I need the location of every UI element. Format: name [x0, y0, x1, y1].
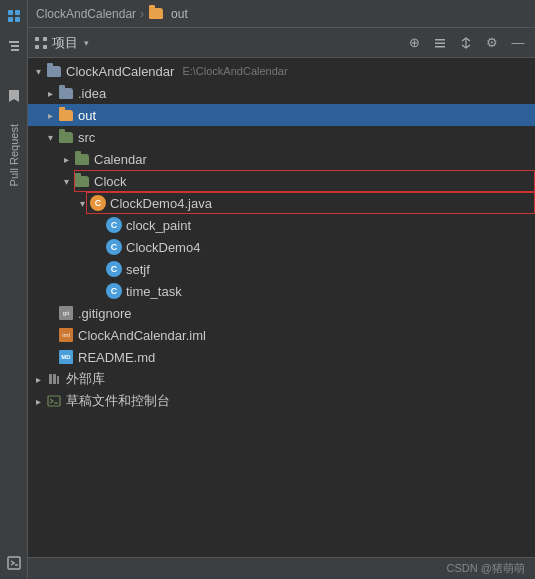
extlib-label: 外部库	[66, 370, 105, 388]
tree-item-clockdemo4[interactable]: C ClockDemo4	[28, 236, 535, 258]
arrow-iml	[44, 329, 56, 341]
clock-label: Clock	[94, 174, 127, 189]
project-label: 项目	[52, 34, 78, 52]
arrow-src	[44, 131, 56, 143]
clockdemo4java-label: ClockDemo4.java	[110, 196, 212, 211]
svg-rect-4	[9, 41, 19, 43]
tree-item-iml[interactable]: iml ClockAndCalendar.iml	[28, 324, 535, 346]
svg-rect-15	[435, 46, 445, 48]
idea-label: .idea	[78, 86, 106, 101]
svg-rect-9	[35, 37, 39, 41]
readme-icon: MD	[58, 349, 74, 365]
svg-rect-14	[435, 42, 445, 44]
toolbar-globe-btn[interactable]: ⊕	[403, 32, 425, 54]
svg-rect-3	[15, 17, 20, 22]
tree-item-idea[interactable]: .idea	[28, 82, 535, 104]
tree-item-console[interactable]: 草稿文件和控制台	[28, 390, 535, 412]
svg-rect-1	[15, 10, 20, 15]
svg-rect-10	[43, 37, 47, 41]
clockdemo4-label: ClockDemo4	[126, 240, 200, 255]
tree-item-clock[interactable]: Clock	[28, 170, 535, 192]
tree-item-readme[interactable]: MD README.md	[28, 346, 535, 368]
tree-item-clock-paint[interactable]: C clock_paint	[28, 214, 535, 236]
tree-item-out[interactable]: out	[28, 104, 535, 126]
breadcrumb: ClockAndCalendar › out	[28, 0, 535, 28]
toolbar: 项目 ▾ ⊕ ⚙ —	[28, 28, 535, 58]
svg-rect-18	[57, 376, 59, 384]
main-panel: ClockAndCalendar › out 项目 ▾ ⊕	[28, 0, 535, 579]
clock-folder-icon	[74, 173, 90, 189]
toolbar-split-btn[interactable]	[455, 32, 477, 54]
console-icon	[46, 393, 62, 409]
clock-paint-icon: C	[106, 217, 122, 233]
arrow-extlib	[32, 373, 44, 385]
readme-label: README.md	[78, 350, 155, 365]
calendar-label: Calendar	[94, 152, 147, 167]
iml-label: ClockAndCalendar.iml	[78, 328, 206, 343]
out-folder-icon	[58, 107, 74, 123]
out-label: out	[78, 108, 96, 123]
sidebar-icon-structure[interactable]	[2, 34, 26, 58]
root-folder-icon	[46, 63, 62, 79]
tree-item-clockdemo4java[interactable]: C ClockDemo4.java	[28, 192, 535, 214]
dropdown-arrow[interactable]: ▾	[84, 38, 89, 48]
arrow-clockdemo4java	[76, 197, 88, 209]
arrow-readme	[44, 351, 56, 363]
svg-rect-16	[49, 374, 52, 384]
src-label: src	[78, 130, 95, 145]
extlib-icon	[46, 371, 62, 387]
bottom-bar: CSDN @猪萌萌	[28, 557, 535, 579]
tree-item-gitignore[interactable]: git .gitignore	[28, 302, 535, 324]
arrow-root	[32, 65, 44, 77]
tree-item-setjf[interactable]: C setjf	[28, 258, 535, 280]
breadcrumb-root[interactable]: ClockAndCalendar	[36, 7, 136, 21]
svg-rect-13	[435, 39, 445, 41]
iml-icon: iml	[58, 327, 74, 343]
arrow-setjf	[92, 263, 104, 275]
breadcrumb-current[interactable]: out	[148, 6, 188, 22]
calendar-folder-icon	[74, 151, 90, 167]
folder-icon	[148, 6, 164, 22]
clockdemo4java-icon: C	[90, 195, 106, 211]
breadcrumb-separator: ›	[140, 7, 144, 21]
svg-rect-2	[8, 17, 13, 22]
arrow-clockdemo4	[92, 241, 104, 253]
clockdemo4-icon: C	[106, 239, 122, 255]
sidebar-icon-terminal[interactable]	[2, 551, 26, 575]
gitignore-label: .gitignore	[78, 306, 131, 321]
svg-rect-12	[43, 45, 47, 49]
tree-item-time-task[interactable]: C time_task	[28, 280, 535, 302]
project-icon	[34, 36, 48, 50]
tree-item-calendar[interactable]: Calendar	[28, 148, 535, 170]
idea-folder-icon	[58, 85, 74, 101]
toolbar-lines-btn[interactable]	[429, 32, 451, 54]
toolbar-project-label: 项目 ▾	[34, 34, 89, 52]
arrow-clock	[60, 175, 72, 187]
svg-rect-17	[53, 374, 56, 384]
svg-rect-11	[35, 45, 39, 49]
arrow-console	[32, 395, 44, 407]
arrow-clock-paint	[92, 219, 104, 231]
sidebar-icon-bookmark[interactable]	[2, 84, 26, 108]
tree-item-extlib[interactable]: 外部库	[28, 368, 535, 390]
setjf-icon: C	[106, 261, 122, 277]
svg-rect-6	[11, 49, 19, 51]
sidebar: Pull Request	[0, 0, 28, 579]
root-path: E:\ClockAndCalendar	[182, 65, 287, 77]
pull-request-label[interactable]: Pull Request	[8, 124, 20, 186]
time-task-label: time_task	[126, 284, 182, 299]
project-tree: ClockAndCalendar E:\ClockAndCalendar .id…	[28, 58, 535, 557]
toolbar-gear-btn[interactable]: ⚙	[481, 32, 503, 54]
tree-item-src[interactable]: src	[28, 126, 535, 148]
svg-rect-0	[8, 10, 13, 15]
clock-paint-label: clock_paint	[126, 218, 191, 233]
arrow-time-task	[92, 285, 104, 297]
root-label: ClockAndCalendar	[66, 64, 174, 79]
src-folder-icon	[58, 129, 74, 145]
setjf-label: setjf	[126, 262, 150, 277]
console-label: 草稿文件和控制台	[66, 392, 170, 410]
toolbar-minus-btn[interactable]: —	[507, 32, 529, 54]
sidebar-icon-project[interactable]	[2, 4, 26, 28]
arrow-calendar	[60, 153, 72, 165]
tree-item-root[interactable]: ClockAndCalendar E:\ClockAndCalendar	[28, 60, 535, 82]
